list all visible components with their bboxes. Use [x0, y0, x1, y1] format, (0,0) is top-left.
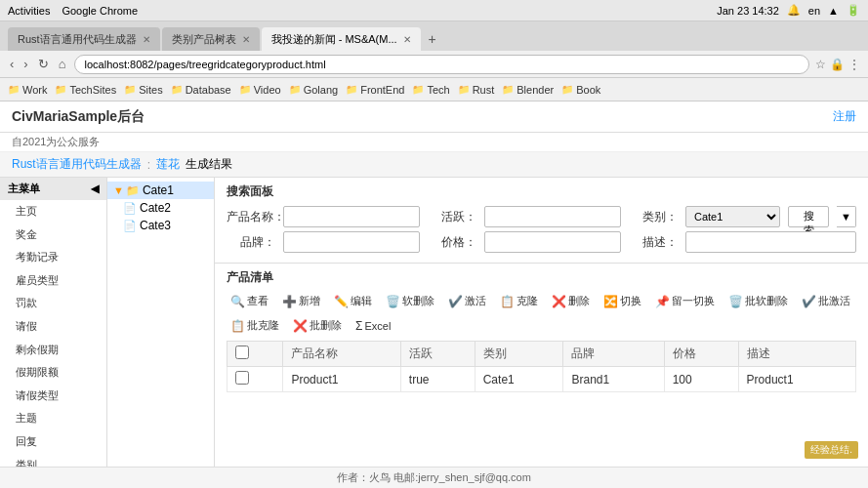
lang-label: en	[808, 5, 820, 17]
toolbar-batch-clone-btn[interactable]: 📋 批克隆	[227, 316, 283, 335]
tab-news[interactable]: 我投递的新闻 - MS&A(M... ✕	[262, 27, 421, 51]
bookmark-frontend[interactable]: 📁 FrontEnd	[346, 84, 404, 96]
search-panel: 搜索面板 产品名称： 活跃： 类别： Cate1 Cate2 Cate3 搜索 …	[215, 178, 868, 264]
tab-rust-close[interactable]: ✕	[143, 34, 150, 45]
toolbar-batch-activate-btn[interactable]: ✔️ 批激活	[798, 292, 854, 310]
breadcrumb-generator[interactable]: Rust语言通用代码生成器	[12, 156, 142, 173]
sidebar-item-remaining-leave[interactable]: 剩余假期	[0, 339, 106, 362]
batch-activate-icon: ✔️	[802, 295, 816, 308]
description-input[interactable]	[685, 231, 856, 253]
product-name-label: 产品名称：	[227, 209, 275, 225]
brand-input[interactable]	[283, 231, 420, 253]
bookmark-frontend-label: FrontEnd	[360, 84, 404, 96]
folder-icon: 📁	[239, 84, 251, 95]
bookmark-rust[interactable]: 📁 Rust	[458, 84, 495, 96]
home-button[interactable]: ⌂	[57, 55, 68, 73]
bookmark-techsites[interactable]: 📁 TechSites	[55, 84, 116, 96]
tree-node-cate2[interactable]: 📄 Cate2	[107, 199, 214, 217]
sidebar-item-category[interactable]: 类别	[0, 454, 106, 467]
tree-node-cate3[interactable]: 📄 Cate3	[107, 217, 214, 234]
bookmark-video[interactable]: 📁 Video	[239, 84, 281, 96]
sidebar: 主菜单 ◀ 主页 奖金 考勤记录 雇员类型 罚款 请假 剩余假期 假期限额 请假…	[0, 178, 107, 467]
wifi-icon: ▲	[828, 5, 839, 17]
bookmark-database-label: Database	[186, 84, 231, 96]
tab-category-close[interactable]: ✕	[242, 34, 250, 45]
table-row[interactable]: Product1 true Cate1 Brand1 100 Product1	[227, 367, 856, 392]
bookmark-work-label: Work	[22, 84, 47, 96]
tab-category-label: 类别产品树表	[172, 32, 236, 47]
url-input[interactable]	[74, 55, 809, 74]
bookmark-book-label: Book	[576, 84, 600, 96]
activities-label[interactable]: Activities	[8, 5, 50, 17]
breadcrumb-item[interactable]: 莲花	[156, 156, 180, 173]
sidebar-item-leave-type[interactable]: 请假类型	[0, 385, 106, 408]
watermark: 经验总结.	[805, 441, 858, 459]
tab-category-tree[interactable]: 类别产品树表 ✕	[162, 27, 260, 51]
toolbar-batch-soft-delete-btn[interactable]: 🗑️ 批软删除	[724, 292, 792, 310]
select-all-checkbox[interactable]	[235, 346, 249, 359]
sidebar-toggle-icon[interactable]: ◀	[91, 183, 99, 195]
category-label: 类别：	[629, 209, 678, 225]
sidebar-item-leave-quota[interactable]: 假期限额	[0, 361, 106, 385]
sidebar-item-employee-type[interactable]: 雇员类型	[0, 269, 106, 293]
col-brand: 品牌	[563, 342, 664, 367]
bookmark-sites[interactable]: 📁 Sites	[124, 84, 162, 96]
refresh-button[interactable]: ↻	[36, 55, 51, 73]
sidebar-item-reply[interactable]: 回复	[0, 430, 106, 454]
tree-node-cate1[interactable]: ▼ 📁 Cate1	[107, 182, 214, 199]
menu-icon[interactable]: ⋮	[848, 58, 860, 71]
price-input[interactable]	[484, 231, 621, 253]
tab-rust-generator[interactable]: Rust语言通用代码生成器 ✕	[8, 27, 160, 51]
product-name-input[interactable]	[283, 206, 420, 227]
category-select[interactable]: Cate1 Cate2 Cate3	[685, 206, 780, 227]
main-layout: 主菜单 ◀ 主页 奖金 考勤记录 雇员类型 罚款 请假 剩余假期 假期限额 请假…	[0, 178, 868, 467]
search-button[interactable]: 搜索	[788, 206, 829, 227]
bookmark-blender[interactable]: 📁 Blender	[502, 84, 554, 96]
row-brand: Brand1	[563, 367, 664, 392]
col-description: 描述	[738, 342, 855, 367]
address-bar: ‹ › ↻ ⌂ ☆ 🔒 ⋮	[0, 51, 868, 78]
toolbar-clone-btn[interactable]: 📋 克隆	[496, 292, 542, 310]
toolbar-view-btn[interactable]: 🔍 查看	[227, 292, 272, 310]
row-select-checkbox[interactable]	[235, 371, 249, 385]
bookmark-golang[interactable]: 📁 Golang	[289, 84, 338, 96]
toolbar-activate-btn[interactable]: ✔️ 激活	[444, 292, 490, 310]
bookmark-rust-label: Rust	[473, 84, 495, 96]
back-button[interactable]: ‹	[8, 55, 16, 73]
search-panel-title: 搜索面板	[227, 183, 856, 200]
register-link[interactable]: 注册	[833, 109, 856, 123]
toolbar-add-btn[interactable]: ➕ 新增	[278, 292, 324, 310]
bookmark-work[interactable]: 📁 Work	[8, 84, 47, 96]
forward-button[interactable]: ›	[21, 55, 29, 73]
folder-icon: 📁	[561, 84, 573, 95]
row-product-name: Product1	[283, 367, 400, 392]
toolbar-delete-btn[interactable]: ❌ 删除	[548, 292, 594, 310]
toolbar-batch-delete-btn[interactable]: ❌ 批删除	[289, 316, 346, 335]
toolbar-soft-delete-btn[interactable]: 🗑️ 软删除	[382, 292, 438, 310]
bookmark-star-icon[interactable]: ☆	[815, 58, 826, 71]
toolbar-keep-toggle-label: 留一切换	[672, 294, 715, 308]
sidebar-header[interactable]: 主菜单 ◀	[0, 178, 106, 200]
toolbar-toggle-btn[interactable]: 🔀 切换	[599, 292, 645, 310]
toolbar-edit-btn[interactable]: ✏️ 编辑	[330, 292, 376, 310]
folder-icon: 📁	[289, 84, 301, 95]
bookmark-database[interactable]: 📁 Database	[171, 84, 231, 96]
new-tab-button[interactable]: +	[423, 27, 442, 51]
sidebar-item-home[interactable]: 主页	[0, 200, 106, 224]
tab-news-close[interactable]: ✕	[403, 34, 411, 45]
toolbar-batch-clone-label: 批克隆	[247, 318, 279, 333]
tab-rust-label: Rust语言通用代码生成器	[18, 32, 137, 47]
sidebar-item-penalty[interactable]: 罚款	[0, 292, 106, 315]
row-category: Cate1	[475, 367, 563, 392]
active-input[interactable]	[484, 206, 621, 227]
toolbar-keep-toggle-btn[interactable]: 📌 留一切换	[651, 292, 719, 310]
sidebar-item-theme[interactable]: 主题	[0, 407, 106, 430]
search-dropdown-button[interactable]: ▼	[837, 206, 856, 227]
row-description: Product1	[738, 367, 855, 392]
toolbar-excel-btn[interactable]: Σ Excel	[351, 317, 394, 335]
sidebar-item-attendance[interactable]: 考勤记录	[0, 246, 106, 269]
bookmark-book[interactable]: 📁 Book	[561, 84, 600, 96]
sidebar-item-leave[interactable]: 请假	[0, 315, 106, 339]
bookmark-tech[interactable]: 📁 Tech	[412, 84, 449, 96]
sidebar-item-bonus[interactable]: 奖金	[0, 224, 106, 247]
